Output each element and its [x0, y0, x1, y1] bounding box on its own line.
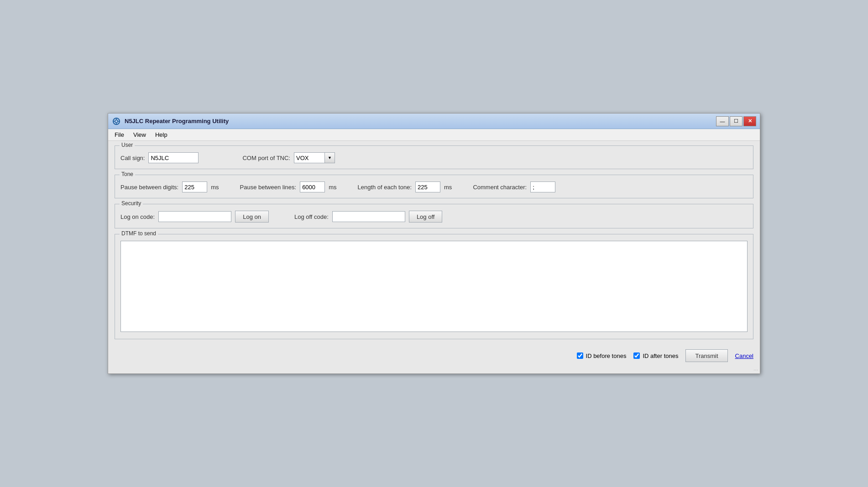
- tone-group: Tone Pause between digits: ms Pause betw…: [115, 175, 753, 198]
- dtmf-group: DTMF to send: [115, 234, 753, 339]
- user-group: User Call sign: COM port of TNC: ▼: [115, 145, 753, 169]
- menu-bar: File View Help: [108, 129, 760, 141]
- svg-point-1: [115, 120, 118, 123]
- resize-handle[interactable]: ⋯: [108, 367, 760, 373]
- dtmf-group-label: DTMF to send: [120, 230, 158, 237]
- logon-button[interactable]: Log on: [235, 211, 269, 223]
- menu-help[interactable]: Help: [151, 130, 172, 140]
- app-icon: [112, 117, 121, 126]
- window-controls: — ☐ ✕: [716, 116, 756, 126]
- cancel-link[interactable]: Cancel: [735, 352, 753, 359]
- pause-lines-label: Pause between lines:: [240, 184, 297, 191]
- tone-length-unit: ms: [444, 184, 452, 191]
- dtmf-textarea-wrapper: [120, 238, 748, 333]
- pause-digits-label: Pause between digits:: [120, 184, 178, 191]
- logoff-code-label: Log off code:: [294, 213, 329, 220]
- id-before-group: ID before tones: [577, 352, 627, 359]
- id-before-checkbox[interactable]: [577, 352, 583, 359]
- user-group-label: User: [120, 142, 135, 148]
- window-title: N5JLC Repeater Programming Utility: [125, 118, 716, 124]
- tone-group-label: Tone: [120, 171, 135, 177]
- bottom-bar: ID before tones ID after tones Transmit …: [108, 346, 760, 367]
- pause-lines-unit: ms: [329, 184, 336, 191]
- logon-code-input[interactable]: [158, 211, 231, 222]
- com-port-dropdown[interactable]: ▼: [294, 152, 335, 163]
- com-port-input[interactable]: [294, 152, 325, 163]
- comment-char-label: Comment character:: [473, 184, 527, 191]
- content-area: User Call sign: COM port of TNC: ▼ Tone …: [108, 141, 760, 346]
- id-after-label[interactable]: ID after tones: [643, 352, 678, 359]
- minimize-button[interactable]: —: [716, 116, 729, 126]
- id-after-group: ID after tones: [633, 352, 678, 359]
- restore-button[interactable]: ☐: [730, 116, 743, 126]
- pause-digits-input[interactable]: [182, 181, 207, 192]
- com-port-label: COM port of TNC:: [242, 155, 290, 161]
- callsign-input[interactable]: [148, 152, 199, 163]
- logoff-code-input[interactable]: [332, 211, 405, 222]
- dtmf-textarea[interactable]: [120, 241, 748, 332]
- title-bar: N5JLC Repeater Programming Utility — ☐ ✕: [108, 114, 760, 129]
- security-group: Security Log on code: Log on Log off cod…: [115, 204, 753, 228]
- main-window: N5JLC Repeater Programming Utility — ☐ ✕…: [108, 113, 760, 374]
- pause-lines-input[interactable]: [300, 181, 325, 192]
- menu-view[interactable]: View: [129, 130, 151, 140]
- transmit-button[interactable]: Transmit: [685, 349, 727, 362]
- pause-digits-unit: ms: [211, 184, 219, 191]
- tone-length-input[interactable]: [415, 181, 440, 192]
- menu-file[interactable]: File: [110, 130, 129, 140]
- tone-length-label: Length of each tone:: [357, 184, 412, 191]
- id-after-checkbox[interactable]: [633, 352, 640, 359]
- callsign-label: Call sign:: [120, 155, 145, 161]
- close-button[interactable]: ✕: [743, 116, 756, 126]
- security-group-label: Security: [120, 200, 143, 207]
- comment-char-input[interactable]: [530, 181, 555, 192]
- logon-code-label: Log on code:: [120, 213, 155, 220]
- com-port-dropdown-btn[interactable]: ▼: [325, 152, 335, 163]
- id-before-label[interactable]: ID before tones: [586, 352, 627, 359]
- logoff-button[interactable]: Log off: [409, 211, 443, 223]
